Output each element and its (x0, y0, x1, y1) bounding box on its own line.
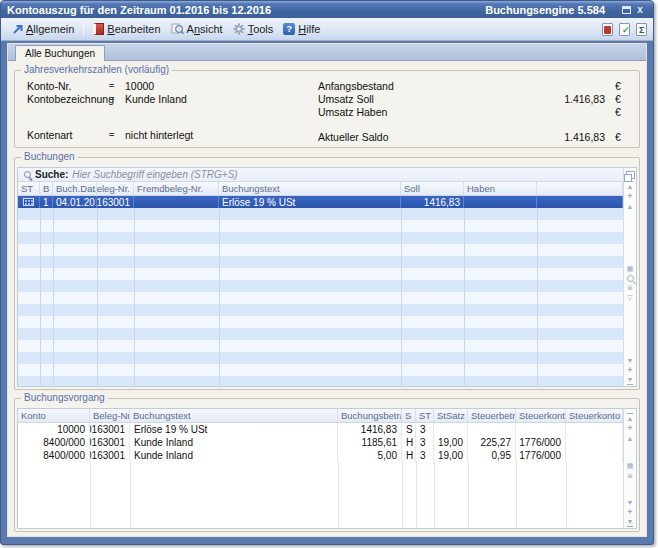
app-window: Kontoauszug für den Zeitraum 01.2016 bis… (0, 0, 654, 545)
cell-konto: 8400/000 (18, 436, 90, 449)
cell-fremdbelegnr (134, 196, 219, 208)
cell-s: H (402, 449, 416, 462)
restore-button[interactable] (619, 4, 633, 16)
column-separator (130, 462, 131, 528)
search-icon (24, 171, 31, 178)
zoom-icon[interactable] (627, 275, 634, 282)
edit-book-icon (93, 23, 104, 35)
tab-strip: Alle Buchungen (8, 44, 646, 61)
column-header-stsatz[interactable]: StSatz (434, 409, 468, 422)
column-header-fremdbelegnr[interactable]: Fremdbeleg-Nr. (134, 182, 219, 195)
row-down-icon[interactable]: ▼ (624, 497, 636, 507)
close-button[interactable]: x (633, 4, 647, 16)
scroll-first-icon[interactable]: ▲ (624, 413, 636, 423)
cell-buchungstext: Kunde Inland (130, 436, 338, 449)
bookings-body[interactable]: 1 04.01.2016 20163001 Erlöse 19 % USt 14… (18, 196, 623, 386)
field-anfangsbestand: Anfangsbestand € (318, 79, 629, 92)
scroll-first-icon[interactable]: ▲ (624, 181, 636, 191)
column-header-buchungsbetrag[interactable]: Buchungsbetrag (338, 409, 402, 422)
cell-belegnr: 20163001 (90, 436, 130, 449)
column-separator (53, 208, 54, 386)
cell-s: H (402, 436, 416, 449)
voucher-row[interactable]: 8400/000 20163001 Kunde Inland 1185,61 H… (18, 436, 623, 449)
list-view-icon[interactable]: ≣ (624, 470, 636, 480)
euro-sign: € (615, 131, 629, 143)
summary-right-column: Anfangsbestand € Umsatz Soll 1.416,83 € … (304, 79, 629, 143)
column-header-buchungstext[interactable]: Buchungstext (219, 182, 401, 195)
tab-alle-buchungen[interactable]: Alle Buchungen (15, 45, 105, 61)
cell-konto: 8400/000 (18, 449, 90, 462)
cell-s: S (402, 423, 416, 436)
column-header-empty[interactable] (537, 182, 623, 195)
group-legend: Buchungsvorgang (21, 392, 108, 403)
euro-sign: € (615, 80, 629, 92)
row-up-icon[interactable]: ▲ (624, 433, 636, 443)
filter-icon[interactable]: ▽ (624, 293, 636, 303)
column-separator (338, 462, 339, 528)
column-header-haben[interactable]: Haben (464, 182, 537, 195)
column-header-st[interactable]: ST (416, 409, 434, 422)
column-header-buchdat[interactable]: Buch.Dat. (53, 182, 97, 195)
column-separator (468, 462, 469, 528)
column-header-belegnr[interactable]: Beleg-Nr. (97, 182, 134, 195)
cell-steuerkonto1: 1776/000 (516, 436, 566, 449)
scroll-down-icon[interactable]: + (624, 365, 636, 375)
cell-stsatz: 19,00 (434, 436, 468, 449)
voucher-nav-strip: ▲ + ▲ ▦ ≣ ▼ + ▼ (623, 408, 637, 529)
column-separator (40, 208, 41, 386)
selected-booking-row[interactable]: 1 04.01.2016 20163001 Erlöse 19 % USt 14… (18, 196, 623, 208)
menu-hilfe[interactable]: ? Hilfe (278, 21, 325, 37)
bookings-table: Suche: Hier Suchbegriff eingeben (STRG+S… (17, 167, 623, 387)
scroll-up-icon[interactable]: + (624, 423, 636, 433)
column-header-belegnr[interactable]: Beleg-Nr. (90, 409, 130, 422)
grid-view-icon[interactable]: ▦ (624, 460, 636, 470)
column-header-steuerkonto2[interactable]: Steuerkonto 2 (566, 409, 623, 422)
group-legend: Jahresverkehrszahlen (vorläufig) (21, 64, 172, 75)
cell-steuerbetrag: 225,27 (468, 436, 516, 449)
voucher-grid-wrap: Konto Beleg-Nr. Buchungstext Buchungsbet… (17, 408, 637, 529)
search-input[interactable]: Hier Suchbegriff eingeben (STRG+S) (72, 169, 237, 180)
column-header-st[interactable]: ST (18, 182, 40, 195)
menu-tools[interactable]: Tools (228, 21, 279, 37)
tools-gear-icon (233, 23, 245, 35)
column-header-buchungstext[interactable]: Buchungstext (130, 409, 338, 422)
column-header-b[interactable]: B (40, 182, 53, 195)
column-chooser-icon[interactable] (626, 171, 635, 179)
scroll-last-icon[interactable]: ▼ (624, 517, 636, 527)
column-header-steuerkonto1[interactable]: Steuerkonto 1 (516, 409, 566, 422)
cell-buchungstext: Kunde Inland (130, 449, 338, 462)
title-bar[interactable]: Kontoauszug für den Zeitraum 01.2016 bis… (1, 1, 653, 18)
scroll-down-icon[interactable]: + (624, 507, 636, 517)
equals-icon: = (109, 94, 125, 104)
menu-bearbeiten[interactable]: Bearbeiten (88, 21, 165, 37)
column-header-soll[interactable]: Soll (401, 182, 464, 195)
scroll-up-icon[interactable]: + (624, 191, 636, 201)
scroll-last-icon[interactable]: ▼ (624, 375, 636, 385)
column-header-konto[interactable]: Konto (18, 409, 90, 422)
cell-belegnr: 20163001 (97, 196, 134, 208)
field-aktueller-saldo: Aktueller Saldo 1.416,83 € (318, 130, 629, 143)
row-type-icon-cell (18, 196, 40, 208)
spacer (318, 118, 629, 130)
voucher-row[interactable]: 8400/000 20163001 Kunde Inland 5,00 H 3 … (18, 449, 623, 462)
menu-allgemein[interactable]: Allgemein (7, 21, 79, 37)
cell-buchungsbetrag: 1185,61 (338, 436, 402, 449)
voucher-row[interactable]: 10000 20163001 Erlöse 19 % USt 1416,83 S… (18, 423, 623, 436)
cell-steuerkonto1: 1776/000 (516, 449, 566, 462)
print-document-icon[interactable] (602, 23, 613, 36)
row-up-icon[interactable]: ▲ (624, 201, 636, 211)
group-buchungen: Buchungen Suche: Hier Suchbegriff eingeb… (14, 157, 640, 390)
row-down-icon[interactable]: ▼ (624, 355, 636, 365)
bookings-grid-wrap: Suche: Hier Suchbegriff eingeben (STRG+S… (17, 167, 637, 387)
document-check-icon[interactable]: ✓ (619, 23, 630, 36)
column-separator (134, 208, 135, 386)
grid-view-icon[interactable]: ▦ (624, 264, 636, 274)
column-header-s[interactable]: S (402, 409, 416, 422)
menu-ansicht[interactable]: Ansicht (166, 21, 228, 37)
document-sum-icon[interactable]: Σ (636, 23, 647, 36)
column-header-steuerbetrag[interactable]: Steuerbetrag (468, 409, 516, 422)
field-umsatz-soll: Umsatz Soll 1.416,83 € (318, 92, 629, 105)
search-bar[interactable]: Suche: Hier Suchbegriff eingeben (STRG+S… (18, 168, 623, 182)
cell-st: 3 (416, 423, 434, 436)
check-mark: ✓ (622, 25, 630, 35)
